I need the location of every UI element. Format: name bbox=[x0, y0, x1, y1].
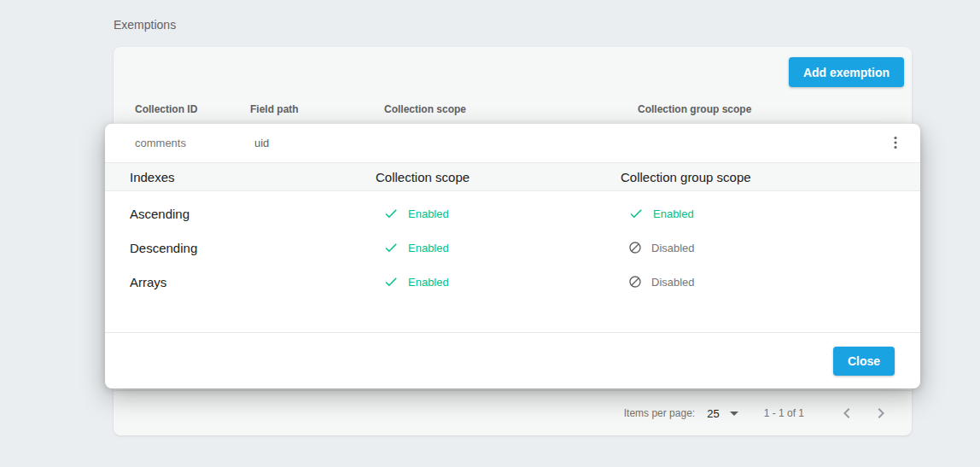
blocked-icon bbox=[628, 241, 642, 254]
status-text: Disabled bbox=[651, 242, 695, 254]
index-type-label: Descending bbox=[130, 241, 376, 255]
check-icon bbox=[383, 240, 399, 255]
column-header-collection-group-scope: Collection group scope bbox=[621, 170, 920, 184]
collection-scope-status: Enabled bbox=[376, 274, 621, 289]
collection-scope-status: Enabled bbox=[376, 240, 621, 255]
exemption-field-path: uid bbox=[254, 137, 269, 149]
collection-scope-status: Enabled bbox=[376, 206, 621, 221]
status-text: Disabled bbox=[651, 276, 695, 289]
chevron-left-icon bbox=[837, 403, 857, 423]
column-header-collection-scope: Collection scope bbox=[376, 170, 621, 184]
table-row-ascending: Ascending Enabled Enabled bbox=[105, 196, 920, 231]
exemption-details-dialog: comments uid Indexes Collection scope Co… bbox=[105, 124, 920, 388]
exemption-collection-id: comments bbox=[135, 137, 186, 149]
column-header-collection-scope: Collection scope bbox=[384, 103, 466, 115]
status-text: Enabled bbox=[408, 242, 449, 254]
table-row-arrays: Arrays Enabled Disabled bbox=[105, 265, 920, 299]
previous-page-button[interactable] bbox=[837, 403, 857, 423]
exemptions-table-header: Collection ID Field path Collection scop… bbox=[114, 100, 912, 122]
column-header-collection-id: Collection ID bbox=[135, 103, 197, 115]
collection-group-scope-status: Disabled bbox=[621, 241, 920, 254]
check-icon bbox=[383, 274, 399, 289]
items-per-page-select[interactable]: 25 bbox=[707, 407, 738, 420]
items-per-page-label: Items per page: bbox=[624, 407, 695, 419]
exemption-row: comments uid bbox=[105, 124, 920, 162]
kebab-menu-icon bbox=[886, 142, 905, 155]
table-row-descending: Descending Enabled Disabled bbox=[105, 231, 920, 265]
close-button[interactable]: Close bbox=[833, 347, 895, 376]
page-title: Exemptions bbox=[114, 18, 176, 32]
column-header-indexes: Indexes bbox=[130, 170, 376, 184]
blocked-icon bbox=[628, 275, 642, 289]
indexes-table-body: Ascending Enabled Enabled Descending bbox=[105, 196, 920, 299]
pagination-bar: Items per page: 25 1 - 1 of 1 bbox=[114, 390, 912, 435]
status-text: Enabled bbox=[408, 276, 449, 289]
column-header-collection-group-scope: Collection group scope bbox=[638, 103, 751, 115]
indexes-table-header: Indexes Collection scope Collection grou… bbox=[105, 162, 920, 191]
panel-toolbar: Add exemption bbox=[114, 47, 912, 100]
caret-down-icon bbox=[730, 412, 738, 416]
index-type-label: Arrays bbox=[130, 275, 376, 289]
chevron-right-icon bbox=[871, 403, 891, 423]
pagination-range: 1 - 1 of 1 bbox=[764, 407, 804, 419]
overflow-menu-button[interactable] bbox=[884, 132, 907, 155]
collection-group-scope-status: Disabled bbox=[621, 275, 920, 289]
index-type-label: Ascending bbox=[130, 207, 376, 221]
items-per-page-value: 25 bbox=[707, 407, 719, 420]
column-header-field-path: Field path bbox=[250, 103, 299, 115]
check-icon bbox=[383, 206, 399, 221]
dialog-footer: Close bbox=[105, 332, 920, 388]
next-page-button[interactable] bbox=[871, 403, 891, 423]
add-exemption-button[interactable]: Add exemption bbox=[789, 57, 904, 87]
check-icon bbox=[628, 206, 644, 221]
collection-group-scope-status: Enabled bbox=[621, 206, 920, 221]
status-text: Enabled bbox=[653, 207, 694, 220]
status-text: Enabled bbox=[408, 207, 449, 220]
